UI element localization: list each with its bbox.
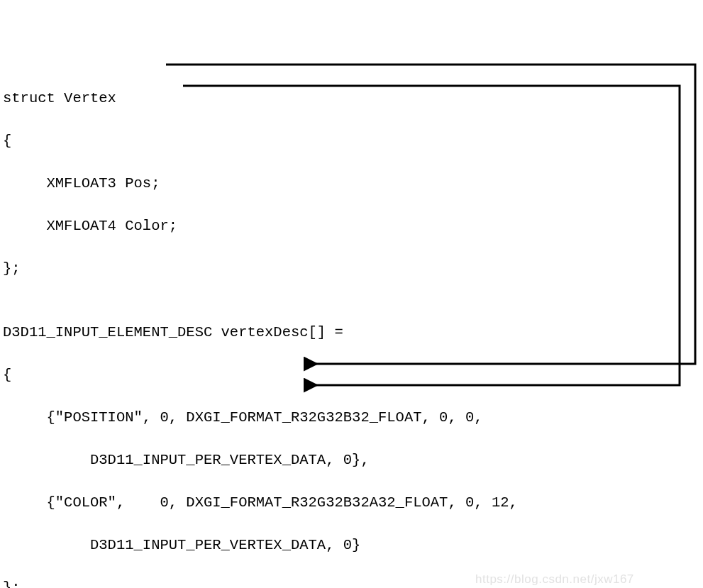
code-line-pos-desc: {"POSITION", 0, DXGI_FORMAT_R32G32B32_FL… [3,407,703,428]
arrow-pos-to-position [166,65,695,364]
code-line-color-desc-cont: D3D11_INPUT_PER_VERTEX_DATA, 0} [3,535,703,556]
code-line-pos-desc-cont: D3D11_INPUT_PER_VERTEX_DATA, 0}, [3,450,703,471]
watermark-text: https://blog.csdn.net/jxw167 [475,569,634,588]
code-line-brace-close1: }; [3,258,703,279]
code-line-color-desc: {"COLOR", 0, DXGI_FORMAT_R32G32B32A32_FL… [3,492,703,514]
code-line-xmfloat3-pos: XMFLOAT3 Pos; [3,173,703,194]
code-line-brace-open1: { [3,131,703,152]
code-line-input-desc-decl: D3D11_INPUT_ELEMENT_DESC vertexDesc[] = [3,322,703,343]
code-line-xmfloat4-color: XMFLOAT4 Color; [3,216,703,237]
code-line-struct: struct Vertex [3,88,703,109]
code-line-brace-open2: { [3,365,703,386]
